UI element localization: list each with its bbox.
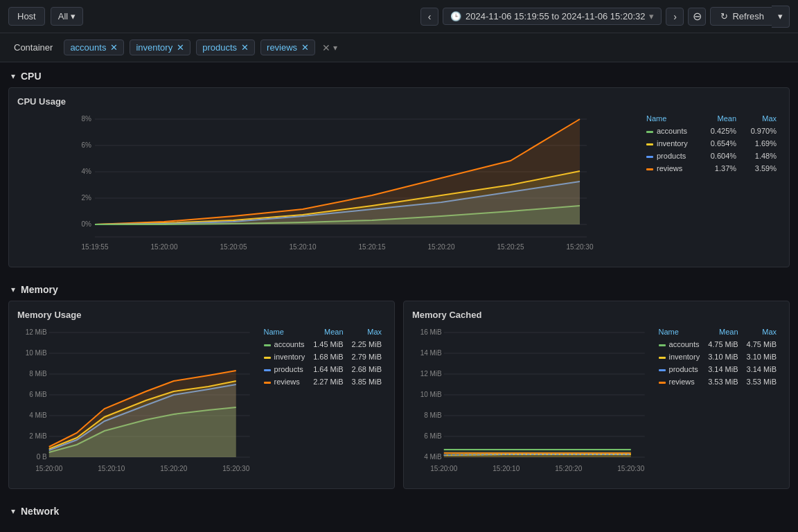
memory-usage-legend: Name Mean Max accounts 1.45 MiB 2.25 MiB xyxy=(260,326,386,480)
table-row: accounts 1.45 MiB 2.25 MiB xyxy=(260,338,386,351)
time-range-text: 2024-11-06 15:19:55 to 2024-11-06 15:20:… xyxy=(466,11,646,21)
svg-text:10 MiB: 10 MiB xyxy=(420,391,442,398)
cpu-legend-max-header: Max xyxy=(741,112,781,125)
filter-tag-inventory-close-icon[interactable]: ✕ xyxy=(177,42,184,53)
svg-text:16 MiB: 16 MiB xyxy=(420,328,442,336)
memory-usage-panel: Memory Usage 12 Mi xyxy=(8,301,395,489)
network-section-title: Network xyxy=(21,506,59,517)
time-navigation: ‹ 🕒 2024-11-06 15:19:55 to 2024-11-06 15… xyxy=(420,6,790,28)
all-chevron-icon: ▾ xyxy=(71,11,76,21)
svg-text:15:20:05: 15:20:05 xyxy=(220,243,247,251)
all-select[interactable]: All ▾ xyxy=(51,7,83,26)
filter-tag-reviews[interactable]: reviews ✕ xyxy=(260,39,315,55)
svg-text:10 MiB: 10 MiB xyxy=(26,349,47,357)
table-row: accounts 0.425% 0.970% xyxy=(642,125,781,137)
inventory-dot xyxy=(646,143,653,145)
cpu-section-title: CPU xyxy=(21,71,42,82)
filter-tag-accounts[interactable]: accounts ✕ xyxy=(64,39,124,55)
clock-icon: 🕒 xyxy=(450,11,461,21)
memory-section: ▾ Memory Memory Usage xyxy=(0,276,798,497)
filter-clear-button[interactable]: ✕ xyxy=(322,42,330,53)
cpu-usage-legend: Name Mean Max accounts 0.425% 0.970% xyxy=(642,112,781,253)
svg-text:14 MiB: 14 MiB xyxy=(420,349,442,357)
svg-text:4 MiB: 4 MiB xyxy=(424,453,442,461)
svg-text:15:20:10: 15:20:10 xyxy=(98,465,125,472)
table-row: products 3.14 MiB 3.14 MiB xyxy=(655,363,781,375)
accounts-dot xyxy=(646,131,653,133)
memory-cached-title: Memory Cached xyxy=(412,310,781,320)
svg-text:15:20:20: 15:20:20 xyxy=(555,465,582,472)
products-dot xyxy=(646,156,653,158)
memory-cached-panel: Memory Cached 16 M xyxy=(403,301,790,489)
table-row: accounts 4.75 MiB 4.75 MiB xyxy=(655,338,781,351)
memory-section-header[interactable]: ▾ Memory xyxy=(0,276,798,301)
svg-text:4%: 4% xyxy=(82,168,92,175)
svg-text:15:20:00: 15:20:00 xyxy=(35,465,62,472)
time-range-chevron-icon: ▾ xyxy=(649,11,654,21)
cached-accounts-dot xyxy=(659,344,666,346)
table-row: reviews 3.53 MiB 3.53 MiB xyxy=(655,375,781,388)
svg-text:15:19:55: 15:19:55 xyxy=(82,243,109,251)
cpu-usage-svg-container: 8% 6% 4% 2% 0% 15:19:55 15:20:00 15:20:0… xyxy=(17,112,637,253)
cpu-usage-title: CPU Usage xyxy=(17,96,781,107)
table-row: inventory 0.654% 1.69% xyxy=(642,137,781,150)
reviews-dot xyxy=(646,168,653,170)
network-chevron-icon: ▾ xyxy=(11,506,15,516)
cpu-legend-name-header: Name xyxy=(642,112,700,125)
cpu-section-header[interactable]: ▾ CPU xyxy=(0,62,798,87)
filter-clear-area: ✕ ▾ xyxy=(322,42,337,53)
filter-bar: Container accounts ✕ inventory ✕ product… xyxy=(0,33,798,62)
cpu-section: ▾ CPU CPU Usage xyxy=(0,62,798,276)
svg-text:15:20:20: 15:20:20 xyxy=(160,465,187,472)
filter-tag-inventory[interactable]: inventory ✕ xyxy=(130,39,190,55)
cached-reviews-dot xyxy=(659,382,666,384)
svg-text:12 MiB: 12 MiB xyxy=(26,328,47,336)
svg-text:6 MiB: 6 MiB xyxy=(424,432,442,440)
svg-text:15:20:30: 15:20:30 xyxy=(222,465,249,472)
svg-text:8 MiB: 8 MiB xyxy=(29,370,47,378)
svg-text:8%: 8% xyxy=(82,115,92,123)
svg-text:8 MiB: 8 MiB xyxy=(424,411,442,419)
refresh-dropdown-button[interactable]: ▾ xyxy=(772,6,790,28)
memory-cached-svg: 16 MiB 14 MiB 12 MiB 10 MiB 8 MiB 6 MiB … xyxy=(412,326,649,478)
svg-text:2%: 2% xyxy=(82,194,92,202)
svg-text:15:20:10: 15:20:10 xyxy=(290,243,317,251)
time-range-display: 🕒 2024-11-06 15:19:55 to 2024-11-06 15:2… xyxy=(443,8,662,25)
memory-section-title: Memory xyxy=(21,284,58,295)
filter-tag-products-close-icon[interactable]: ✕ xyxy=(241,42,249,53)
svg-text:15:20:00: 15:20:00 xyxy=(151,243,178,251)
memory-usage-chart-area: 12 MiB 10 MiB 8 MiB 6 MiB 4 MiB 2 MiB 0 … xyxy=(17,326,386,480)
svg-text:2 MiB: 2 MiB xyxy=(29,432,47,440)
table-row: reviews 1.37% 3.59% xyxy=(642,162,781,175)
network-section: ▾ Network xyxy=(0,497,798,528)
table-row: inventory 1.68 MiB 2.79 MiB xyxy=(260,351,386,363)
refresh-icon: ↻ xyxy=(720,11,728,21)
filter-tag-accounts-close-icon[interactable]: ✕ xyxy=(110,42,118,53)
svg-text:12 MiB: 12 MiB xyxy=(420,370,442,378)
mem-reviews-dot xyxy=(264,382,271,384)
network-section-header[interactable]: ▾ Network xyxy=(0,497,798,522)
filter-tag-reviews-label: reviews xyxy=(267,42,297,53)
filter-tag-accounts-label: accounts xyxy=(70,42,106,53)
svg-marker-65 xyxy=(444,453,631,457)
cached-inventory-dot xyxy=(659,357,666,359)
svg-text:15:20:15: 15:20:15 xyxy=(359,243,386,251)
mem-inventory-dot xyxy=(264,357,271,359)
filter-add-button[interactable]: ▾ xyxy=(333,43,337,53)
mem-products-dot xyxy=(264,369,271,371)
main-content: ▾ CPU CPU Usage xyxy=(0,62,798,532)
svg-text:0%: 0% xyxy=(82,220,92,228)
filter-tag-reviews-close-icon[interactable]: ✕ xyxy=(301,42,309,53)
cpu-usage-chart-area: 8% 6% 4% 2% 0% 15:19:55 15:20:00 15:20:0… xyxy=(17,112,781,253)
table-row: reviews 2.27 MiB 3.85 MiB xyxy=(260,375,386,388)
memory-cached-chart-area: 16 MiB 14 MiB 12 MiB 10 MiB 8 MiB 6 MiB … xyxy=(412,326,781,480)
refresh-button[interactable]: ↻ Refresh xyxy=(710,7,774,26)
zoom-out-button[interactable]: ⊖ xyxy=(688,8,706,26)
memory-usage-svg: 12 MiB 10 MiB 8 MiB 6 MiB 4 MiB 2 MiB 0 … xyxy=(17,326,254,478)
host-button[interactable]: Host xyxy=(8,7,45,26)
memory-usage-title: Memory Usage xyxy=(17,310,386,320)
time-next-button[interactable]: › xyxy=(666,8,684,26)
time-prev-button[interactable]: ‹ xyxy=(420,8,438,26)
cpu-usage-panel: CPU Usage 8% 6% xyxy=(8,87,790,267)
filter-tag-products[interactable]: products ✕ xyxy=(196,39,255,55)
